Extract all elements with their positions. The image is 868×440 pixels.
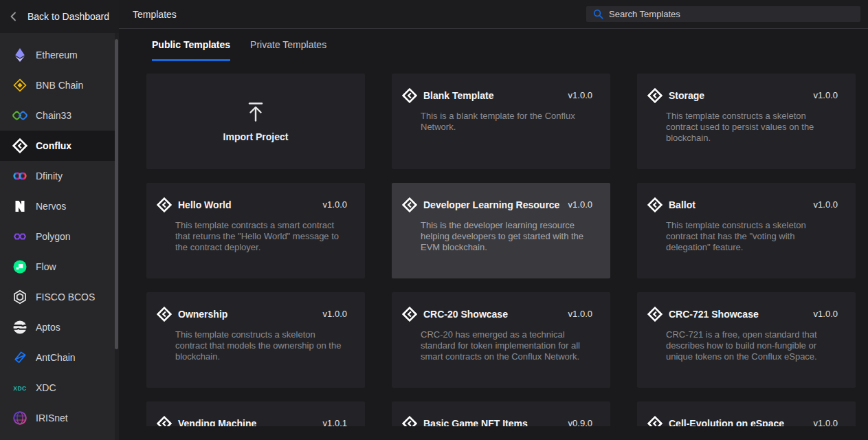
card-header: Vending Machinev1.0.1 — [146, 402, 365, 426]
template-card-crc-20-showcase[interactable]: CRC-20 Showcasev1.0.0CRC-20 has emerged … — [392, 292, 610, 388]
sidebar-scrollbar-track — [115, 33, 119, 440]
tab-public-templates[interactable]: Public Templates — [152, 38, 230, 61]
card-header: Blank Templatev1.0.0 — [392, 74, 610, 103]
template-card-ownership[interactable]: Ownershipv1.0.0This template constructs … — [146, 292, 365, 388]
card-header: Hello Worldv1.0.0 — [146, 183, 365, 212]
template-card-developer-learning-resource[interactable]: Developer Learning Resourcev1.0.0This is… — [392, 183, 610, 278]
chain33-icon — [12, 108, 27, 123]
sidebar-item-polygon[interactable]: Polygon — [0, 221, 115, 252]
template-tabs: Public TemplatesPrivate Templates — [152, 38, 868, 61]
card-version: v1.0.0 — [814, 418, 838, 426]
irisnet-icon — [12, 410, 27, 426]
card-title: Blank Template — [423, 90, 564, 101]
sidebar-item-label: Nervos — [36, 201, 66, 212]
card-header: CRC-721 Showcasev1.0.0 — [637, 292, 856, 322]
card-title: CRC-721 Showcase — [669, 309, 809, 320]
antchain-icon — [12, 350, 27, 365]
card-version: v1.0.0 — [568, 90, 592, 100]
ethereum-icon — [12, 47, 27, 63]
sidebar-item-label: Aptos — [36, 322, 60, 333]
card-header: Ownershipv1.0.0 — [146, 292, 365, 322]
card-version: v1.0.0 — [568, 199, 592, 210]
import-project-card[interactable]: Import Project — [146, 74, 365, 169]
bnb-chain-icon — [12, 78, 27, 93]
template-card-storage[interactable]: Storagev1.0.0This template constructs a … — [637, 74, 856, 169]
conflux-icon — [12, 138, 27, 153]
back-to-dashboard-button[interactable]: Back to Dashboard — [0, 0, 119, 33]
card-title: Cell-Evolution on eSpace — [669, 418, 809, 427]
card-title: Ballot — [669, 199, 809, 210]
card-title: Hello World — [178, 199, 318, 210]
card-title: Storage — [669, 90, 809, 101]
template-card-basic-game-nft-items[interactable]: Basic Game NFT Itemsv0.9.0 — [392, 402, 610, 426]
page-title: Templates — [133, 9, 177, 20]
flow-icon — [12, 259, 27, 274]
search-box[interactable] — [586, 6, 860, 22]
back-to-dashboard-label: Back to Dashboard — [27, 11, 109, 22]
template-card-cell-evolution-on-espace[interactable]: Cell-Evolution on eSpacev1.0.0 — [637, 402, 856, 426]
sidebar-item-chain33[interactable]: Chain33 — [0, 100, 115, 131]
tab-private-templates[interactable]: Private Templates — [250, 38, 326, 61]
chain-list: EthereumBNB ChainChain33ConfluxDfinityNe… — [0, 33, 115, 433]
xdc-icon: XDC — [12, 380, 27, 395]
sidebar-item-nervos[interactable]: Nervos — [0, 191, 115, 221]
card-description: This is the developer learning resource … — [421, 220, 592, 253]
sidebar-item-aptos[interactable]: Aptos — [0, 312, 115, 342]
conflux-icon — [401, 306, 417, 322]
card-version: v1.0.0 — [814, 309, 838, 319]
template-card-vending-machine[interactable]: Vending Machinev1.0.1 — [146, 402, 365, 426]
card-title: Developer Learning Resource — [423, 199, 564, 210]
conflux-icon — [647, 197, 663, 212]
card-header: CRC-20 Showcasev1.0.0 — [392, 292, 610, 322]
card-version: v1.0.0 — [814, 199, 838, 210]
sidebar-item-label: Conflux — [36, 140, 71, 151]
conflux-icon — [647, 306, 663, 322]
conflux-icon — [401, 87, 417, 103]
sidebar-item-label: BNB Chain — [36, 80, 83, 91]
sidebar-item-label: Ethereum — [36, 50, 78, 60]
sidebar-item-label: IRISnet — [36, 412, 68, 424]
template-card-blank-template[interactable]: Blank Templatev1.0.0This is a blank temp… — [392, 74, 610, 169]
svg-text:XDC: XDC — [13, 385, 26, 392]
polygon-icon — [12, 229, 27, 244]
sidebar-item-flow[interactable]: Flow — [0, 252, 115, 282]
conflux-icon — [647, 87, 663, 103]
template-card-crc-721-showcase[interactable]: CRC-721 Showcasev1.0.0CRC-721 is a free,… — [637, 292, 856, 388]
fisco-bcos-icon — [12, 289, 27, 305]
sidebar: Back to Dashboard EthereumBNB ChainChain… — [0, 0, 119, 440]
sidebar-item-xdc[interactable]: XDCXDC — [0, 373, 115, 403]
sidebar-item-dfinity[interactable]: Dfinity — [0, 161, 115, 191]
card-description: This is a blank template for the Conflux… — [421, 111, 592, 133]
cards-grid: Import ProjectBlank Templatev1.0.0This i… — [146, 74, 856, 426]
card-header: Cell-Evolution on eSpacev1.0.0 — [637, 402, 856, 426]
card-description: CRC-20 has emerged as a technical standa… — [421, 329, 592, 362]
card-version: v1.0.0 — [323, 199, 347, 210]
sidebar-item-bnb-chain[interactable]: BNB Chain — [0, 70, 115, 100]
sidebar-item-irisnet[interactable]: IRISnet — [0, 403, 115, 433]
sidebar-item-antchain[interactable]: AntChain — [0, 342, 115, 373]
card-title: Vending Machine — [178, 418, 318, 427]
sidebar-scrollbar-thumb[interactable] — [115, 39, 118, 349]
conflux-icon — [156, 415, 172, 426]
card-version: v1.0.0 — [323, 309, 347, 319]
chevron-left-icon — [8, 11, 19, 22]
template-card-hello-world[interactable]: Hello Worldv1.0.0This template contracts… — [146, 183, 365, 278]
sidebar-item-fisco-bcos[interactable]: FISCO BCOS — [0, 282, 115, 312]
sidebar-item-label: XDC — [36, 382, 56, 393]
sidebar-item-label: Polygon — [36, 231, 71, 242]
cards-viewport: Import ProjectBlank Templatev1.0.0This i… — [146, 74, 856, 426]
template-card-ballot[interactable]: Ballotv1.0.0This template constructs a s… — [637, 183, 856, 278]
nervos-icon — [12, 199, 27, 214]
sidebar-item-ethereum[interactable]: Ethereum — [0, 40, 115, 70]
card-title: Basic Game NFT Items — [423, 418, 564, 427]
card-description: This template contracts a smart contract… — [175, 220, 347, 253]
sidebar-item-conflux[interactable]: Conflux — [0, 131, 115, 161]
search-input[interactable] — [609, 9, 855, 19]
dfinity-icon — [12, 168, 27, 184]
sidebar-item-label: FISCO BCOS — [36, 292, 95, 302]
card-description: This template constructs a skeleton cont… — [175, 329, 347, 362]
main-area: Templates Public TemplatesPrivate Templa… — [119, 0, 868, 440]
card-version: v0.9.0 — [568, 418, 592, 426]
card-header: Ballotv1.0.0 — [637, 183, 856, 212]
conflux-icon — [156, 197, 172, 212]
